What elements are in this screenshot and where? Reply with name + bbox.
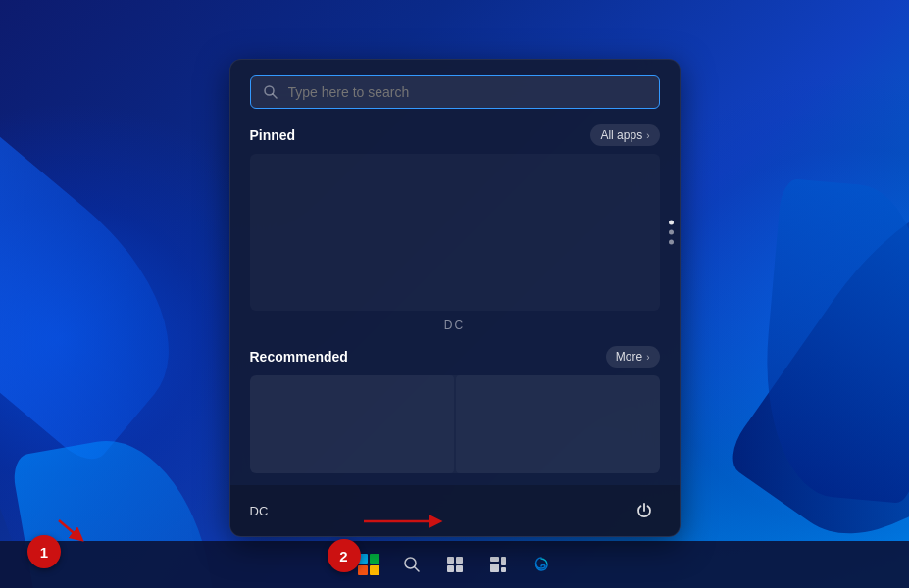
annotation-circle-2: 2 [328, 539, 361, 572]
svg-rect-4 [447, 557, 454, 564]
power-button[interactable] [629, 495, 660, 526]
svg-rect-5 [456, 557, 463, 564]
search-bar[interactable] [250, 75, 660, 109]
recommended-section-header: Recommended More › [230, 342, 680, 375]
dot-indicator [669, 230, 674, 235]
svg-rect-9 [490, 564, 499, 572]
edge-icon [531, 555, 551, 574]
all-apps-label: All apps [600, 128, 642, 142]
pinned-apps-grid: DC [250, 154, 660, 311]
start-menu: Pinned All apps › DC Recommended More › [229, 59, 681, 537]
svg-rect-11 [501, 567, 506, 572]
more-label: More [616, 350, 642, 364]
more-button[interactable]: More › [606, 346, 660, 368]
search-input[interactable] [288, 84, 647, 100]
windows-logo [358, 554, 379, 575]
svg-line-12 [59, 520, 78, 537]
recommended-item[interactable] [250, 375, 454, 473]
taskbar-edge-button[interactable] [524, 547, 559, 582]
taskbar-widgets-button[interactable] [480, 547, 516, 582]
all-apps-button[interactable]: All apps › [590, 124, 659, 146]
svg-rect-6 [447, 565, 454, 572]
search-icon [263, 84, 278, 100]
win-pane-3 [358, 565, 368, 575]
recommended-grid [250, 375, 660, 473]
pinned-label: Pinned [250, 127, 296, 143]
menu-bottom-bar: DC [230, 485, 680, 536]
bloom-petal [0, 99, 218, 469]
svg-line-1 [273, 94, 277, 98]
pinned-section-header: Pinned All apps › [230, 121, 680, 154]
taskbar [0, 541, 909, 588]
svg-rect-10 [501, 557, 506, 565]
dot-indicator [669, 240, 674, 245]
taskbar-taskview-button[interactable] [437, 547, 473, 582]
dc-label: DC [444, 318, 465, 332]
widgets-icon [488, 555, 508, 574]
taskbar-search-button[interactable] [394, 547, 429, 582]
chevron-right-icon: › [646, 352, 649, 363]
svg-line-3 [415, 567, 419, 571]
svg-rect-7 [456, 565, 463, 572]
win-pane-2 [370, 554, 379, 564]
annotation-arrow-1 [31, 515, 90, 545]
annotation-arrow-2 [359, 512, 447, 531]
recommended-item[interactable] [456, 375, 660, 473]
chevron-right-icon: › [646, 130, 649, 141]
recommended-label: Recommended [250, 349, 348, 365]
user-name: DC [250, 504, 269, 518]
svg-point-2 [405, 558, 416, 568]
recommended-section: Recommended More › [230, 342, 680, 473]
task-view-icon [445, 555, 465, 574]
power-icon [635, 502, 653, 519]
win-pane-4 [370, 565, 379, 575]
svg-rect-8 [490, 557, 499, 562]
search-icon [402, 555, 422, 574]
dot-indicator-active [669, 220, 674, 225]
page-indicators [669, 220, 674, 245]
